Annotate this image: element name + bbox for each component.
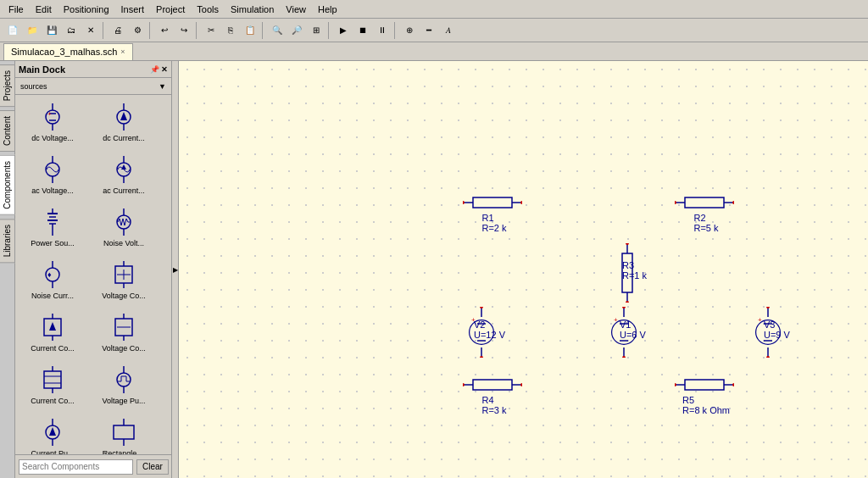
V2-component[interactable]: + V2 U=12 V — [457, 307, 505, 340]
svg-point-82 — [675, 201, 676, 204]
comp-noise-volt[interactable]: Noise Volt... — [90, 203, 158, 249]
menu-view[interactable]: View — [281, 3, 311, 16]
panel-content: sources ▼ + — [15, 78, 171, 478]
R5-component[interactable]: R5 R=8 k Ohm — [675, 375, 734, 415]
R2-symbol — [675, 192, 734, 213]
svg-point-105 — [622, 356, 626, 358]
dock-close-icon[interactable]: ✕ — [161, 65, 168, 74]
voltage-co1-label: Voltage Co... — [102, 292, 146, 300]
print-button[interactable]: 🖨 — [108, 21, 127, 40]
tab-label: Simulacao_3_malhas.sch — [11, 47, 117, 57]
menu-insert[interactable]: Insert — [116, 3, 150, 16]
clear-button[interactable]: Clear — [136, 459, 169, 475]
wire-button[interactable]: ━ — [420, 21, 438, 40]
V1-component[interactable]: + V1 U=6 V — [603, 307, 646, 340]
close-button[interactable]: ✕ — [81, 21, 100, 40]
open-button[interactable]: 📁 — [23, 21, 42, 40]
svg-rect-80 — [685, 197, 724, 208]
zoom-fit-button[interactable]: ⊞ — [307, 21, 326, 40]
search-input[interactable] — [19, 459, 133, 475]
dc-voltage-label: dc Voltage... — [31, 134, 74, 142]
zoom-out-button[interactable]: 🔎 — [287, 21, 306, 40]
dock-title: Main Dock — [19, 64, 65, 75]
comp-rectangle1[interactable]: Rectangle ... — [90, 414, 158, 454]
tab-close-button[interactable]: × — [120, 47, 125, 56]
noise-volt-icon — [103, 205, 145, 239]
comp-power-source[interactable]: Power Sou... — [19, 203, 86, 249]
comp-noise-curr[interactable]: ♦ Noise Curr... — [19, 256, 86, 302]
comp-ac-voltage[interactable]: ac Voltage... — [19, 151, 86, 197]
save-all-button[interactable]: 🗂 — [62, 21, 81, 40]
comp-voltage-co2[interactable]: Voltage Co... — [90, 308, 158, 354]
svg-rect-55 — [114, 425, 134, 439]
sources-arrow-icon[interactable]: ▼ — [159, 82, 166, 91]
copy-button[interactable]: ⎘ — [221, 21, 240, 40]
R1-component[interactable]: R1 R=2 k — [463, 192, 522, 233]
comp-current-co1[interactable]: Current Co... — [19, 308, 86, 354]
comp-current-co2[interactable]: Current Co... — [19, 361, 86, 407]
V2-value: U=12 V — [474, 330, 505, 340]
V3-component[interactable]: + V3 U=9 V — [747, 307, 790, 340]
vtab-content[interactable]: Content — [0, 110, 15, 152]
menu-tools[interactable]: Tools — [192, 3, 224, 16]
save-button[interactable]: 💾 — [42, 21, 61, 40]
R5-name: R5 — [682, 395, 730, 405]
tabbar: Simulacao_3_malhas.sch × — [0, 42, 868, 61]
svg-point-121 — [766, 356, 770, 358]
R3-name: R3 — [622, 260, 647, 270]
vtab-projects[interactable]: Projects — [0, 64, 15, 107]
svg-point-113 — [480, 356, 483, 358]
menu-file[interactable]: File — [3, 3, 29, 16]
comp-dc-current[interactable]: dc Current... — [90, 98, 158, 144]
svg-point-120 — [766, 307, 770, 308]
menu-edit[interactable]: Edit — [31, 3, 57, 16]
dc-current-label: dc Current... — [103, 134, 145, 142]
menu-positioning[interactable]: Positioning — [58, 3, 114, 16]
undo-button[interactable]: ↩ — [155, 21, 174, 40]
sources-label: sources — [20, 82, 47, 91]
svg-rect-75 — [473, 197, 512, 208]
dock-pin-icon[interactable]: 📌 — [150, 65, 159, 74]
svg-point-88 — [626, 301, 629, 303]
comp-voltage-pu[interactable]: Voltage Pu... — [90, 361, 158, 407]
R4-component[interactable]: R4 R=3 k — [463, 375, 522, 415]
R4-value: R=3 k — [481, 405, 506, 415]
schematic-canvas[interactable]: R1 R=2 k R2 R=5 k — [179, 61, 868, 478]
rectangle1-svg — [107, 417, 141, 447]
vtab-libraries[interactable]: Libraries — [0, 219, 15, 263]
cut-button[interactable]: ✂ — [202, 21, 220, 40]
menu-help[interactable]: Help — [313, 3, 342, 16]
R2-component[interactable]: R2 R=5 k — [675, 192, 734, 233]
R5-value: R=8 k Ohm — [682, 405, 730, 415]
comp-ac-current[interactable]: ac Current... — [90, 151, 158, 197]
svg-point-87 — [626, 243, 629, 245]
R5-symbol — [675, 375, 734, 395]
comp-row-4: ♦ Noise Curr... — [19, 256, 168, 302]
comp-current-pu[interactable]: Current Pu... — [19, 414, 86, 454]
comp-row-6: Current Co... Voltage Pu... — [19, 361, 168, 407]
current-co2-svg — [36, 364, 70, 395]
settings-button[interactable]: ⚙ — [128, 21, 147, 40]
voltage-pu-label: Voltage Pu... — [102, 397, 145, 405]
sim-stop-button[interactable]: ⏹ — [353, 21, 372, 40]
new-button[interactable]: 📄 — [3, 21, 22, 40]
R1-symbol — [463, 192, 522, 213]
paste-button[interactable]: 📋 — [241, 21, 259, 40]
panel-resize-handle[interactable]: ▶ — [172, 61, 179, 478]
menu-project[interactable]: Project — [151, 3, 190, 16]
component-button[interactable]: ⊕ — [400, 21, 419, 40]
label-button[interactable]: 𝐴 — [439, 21, 458, 40]
schematic-tab[interactable]: Simulacao_3_malhas.sch × — [3, 43, 133, 60]
voltage-pu-svg — [107, 364, 141, 395]
sim-pause-button[interactable]: ⏸ — [373, 21, 392, 40]
menu-simulation[interactable]: Simulation — [225, 3, 279, 16]
vtab-components[interactable]: Components — [0, 155, 15, 215]
sim-button[interactable]: ▶ — [334, 21, 353, 40]
zoom-in-button[interactable]: 🔍 — [268, 21, 287, 40]
R3-component[interactable]: R3 R=1 k — [607, 243, 647, 281]
comp-dc-voltage[interactable]: + dc Voltage... — [19, 98, 86, 144]
ac-current-svg — [107, 154, 141, 185]
redo-button[interactable]: ↪ — [175, 21, 193, 40]
voltage-co2-svg — [107, 312, 141, 342]
comp-voltage-co1[interactable]: Voltage Co... — [90, 256, 158, 302]
